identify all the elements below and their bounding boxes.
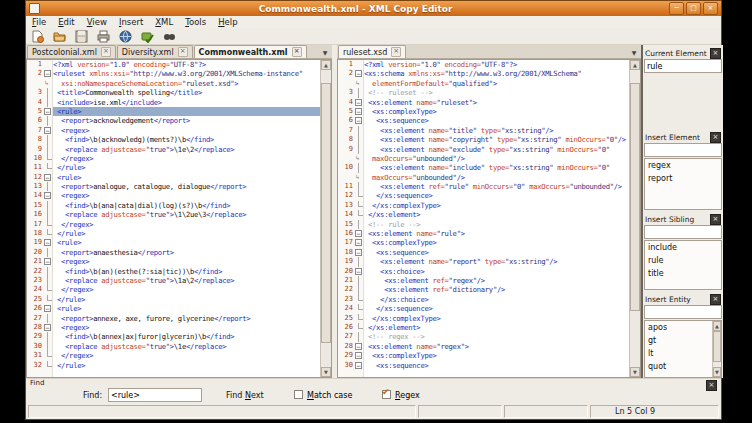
panel-close-icon[interactable]: × [710,294,721,305]
binoculars-button[interactable] [162,29,177,43]
scroll-down-icon[interactable]: ▼ [713,367,721,377]
scroll-up-icon[interactable]: ▲ [321,60,331,70]
list-item[interactable]: apos [645,321,721,334]
fold-margin [43,220,53,229]
print-button[interactable] [96,29,111,43]
right-editor[interactable]: 1<?xml version="1.0" encoding="UTF-8"?>2… [337,59,641,378]
fold-toggle-icon[interactable]: − [355,352,362,359]
scrollbar-thumb[interactable] [321,83,331,343]
fold-guide-line [358,220,359,229]
code-token: minOccurs= [473,182,513,191]
minimize-button[interactable]: ─ [669,2,684,15]
tab-close-icon[interactable]: × [391,47,401,57]
code-token: </rule> [53,361,85,370]
scrollbar-thumb[interactable] [713,331,721,362]
title-bar[interactable]: Commonwealth.xml - XML Copy Editor ─ ▢ × [26,1,721,16]
insert-sibling-input[interactable] [644,225,722,239]
fold-toggle-icon[interactable]: − [355,117,362,124]
fold-toggle-icon[interactable]: − [355,230,362,237]
fold-toggle-icon[interactable]: − [355,70,362,77]
code-token: <report> [53,116,93,125]
match-case-checkbox[interactable]: ✔ [294,390,303,399]
fold-margin [43,276,53,285]
scroll-down-icon[interactable]: ▼ [630,367,640,377]
list-item[interactable]: rule [645,254,721,267]
code-text: <regex> [53,191,331,200]
find-next-button[interactable]: Find Next [226,391,264,400]
find-input[interactable] [108,388,202,402]
menu-insert[interactable]: Insert [113,17,149,27]
vertical-scrollbar[interactable]: ▲▼ [629,60,640,377]
tab-ruleset-xsd[interactable]: ruleset.xsd× [338,45,406,58]
fold-toggle-icon[interactable]: − [355,99,362,106]
tab-list-dropdown-icon[interactable]: ▼ [320,49,330,56]
menu-help[interactable]: Help [212,17,243,27]
tab-close-icon[interactable]: × [101,47,111,57]
code-text: <find>\b(ana|cata|dial)(log)(s?)\b</find… [53,201,331,210]
vertical-scrollbar[interactable]: ▲▼ [320,60,331,377]
fold-toggle-icon[interactable]: − [355,343,362,350]
fold-toggle-icon[interactable]: − [44,239,51,246]
tab-postcolonial-xml[interactable]: Postcolonial.xml× [27,45,116,58]
fold-toggle-icon[interactable]: − [44,258,51,265]
code-token: <report> [53,314,93,323]
tab-commonwealth-xml[interactable]: Commonwealth.xml× [194,45,307,58]
fold-toggle-icon[interactable]: − [355,362,362,369]
line-number: 4 [338,98,354,107]
list-item[interactable]: include [645,241,721,254]
left-editor[interactable]: 1<?xml version="1.0" encoding="UTF-8"?>2… [26,59,332,378]
insert-element-input[interactable] [644,143,722,157]
fold-toggle-icon[interactable]: − [44,324,51,331]
fold-toggle-icon[interactable]: − [44,127,51,134]
tab-diversity-xml[interactable]: Diversity.xml× [117,45,193,58]
menu-file[interactable]: File [26,17,52,27]
fold-toggle-icon[interactable]: − [355,108,362,115]
panel-close-icon[interactable]: × [710,132,721,143]
tab-close-icon[interactable]: × [292,47,302,57]
spell-check-button[interactable] [140,29,155,43]
menu-view[interactable]: View [81,17,113,27]
maximize-button[interactable]: ▢ [686,2,701,15]
fold-toggle-icon[interactable]: − [44,108,51,115]
fold-toggle-icon[interactable]: − [44,192,51,199]
scrollbar-thumb[interactable] [630,83,640,311]
list-item[interactable]: title [645,267,721,280]
menu-tools[interactable]: Tools [179,17,212,27]
new-document-button[interactable] [30,29,45,43]
tab-list-dropdown-icon[interactable]: ▼ [629,49,639,56]
fold-toggle-icon[interactable]: − [355,239,362,246]
list-item[interactable]: lt [645,347,721,360]
list-scrollbar[interactable]: ▲▼ [712,321,721,377]
code-token: type= [481,126,501,135]
fold-toggle-icon[interactable]: − [355,268,362,275]
fold-toggle-icon[interactable]: − [44,305,51,312]
panel-close-icon[interactable]: × [710,214,721,225]
code-token: "rule" [445,182,473,191]
code-token: minOccurs= [557,145,597,154]
scroll-up-icon[interactable]: ▲ [713,321,721,331]
list-item[interactable]: gt [645,334,721,347]
close-button[interactable]: × [703,2,718,15]
scroll-down-icon[interactable]: ▼ [321,367,331,377]
current-element-input[interactable] [644,59,722,73]
globe-button[interactable] [118,29,133,43]
list-item[interactable]: regex [645,159,721,172]
menu-xml[interactable]: XML [149,17,179,27]
insert-entity-input[interactable] [644,305,722,319]
fold-toggle-icon[interactable]: − [44,174,51,181]
menu-edit[interactable]: Edit [52,17,80,27]
list-item[interactable]: report [645,172,721,185]
tab-close-icon[interactable]: × [178,47,188,57]
code-text: <xs:sequence> [364,248,640,257]
panel-close-icon[interactable]: × [710,48,721,59]
save-button[interactable] [74,29,89,43]
code-token: "0" [513,182,529,191]
open-folder-button[interactable] [52,29,67,43]
fold-toggle-icon[interactable]: − [44,70,51,77]
fold-toggle-icon[interactable]: − [355,249,362,256]
list-item[interactable]: quot [645,360,721,373]
scroll-up-icon[interactable]: ▲ [630,60,640,70]
fold-margin [354,304,364,313]
code-token: <find> [53,332,89,341]
regex-checkbox[interactable]: ✔ [382,390,391,399]
